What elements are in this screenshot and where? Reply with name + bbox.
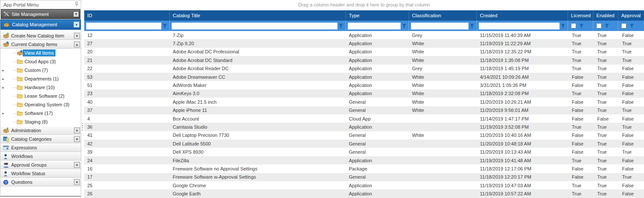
filter-checkbox-enabled[interactable]	[596, 23, 601, 28]
tree-item-operating-system-3[interactable]: Operating System (3)	[0, 100, 81, 109]
filter-funnel-icon-created[interactable]	[560, 24, 566, 28]
sidebar-item-label: Administration	[11, 128, 72, 133]
tree-item-view-all-items[interactable]: View All Items	[0, 49, 81, 57]
expand-button-approval-groups[interactable]: ▼	[74, 162, 80, 168]
collapse-button-current-catalog-items[interactable]: ▲	[74, 41, 80, 47]
filter-funnel-icon-type[interactable]	[401, 24, 407, 28]
filter-cell-classification	[409, 21, 477, 31]
filter-funnel-icon-approval[interactable]	[629, 24, 635, 28]
table-row[interactable]: 21Adobe Acrobat DC StandardApplicationWh…	[84, 56, 644, 64]
column-header-licensed[interactable]: Licensed	[568, 10, 593, 21]
filter-funnel-icon-enabled[interactable]	[604, 24, 610, 28]
grid-header-row: IDCatalog TitleTypeClassificationCreated…	[84, 10, 644, 21]
table-row[interactable]: 277-Zip 9.20ApplicationWhite11/19/2019 1…	[84, 39, 644, 47]
column-header-approval[interactable]: Approval	[618, 10, 644, 21]
cell-title: 7-Zip 9.20	[170, 41, 346, 46]
sidebar-item-workflows[interactable]: Workflows	[0, 152, 81, 161]
sidebar-item-site-management[interactable]: Site Management▼	[1, 9, 80, 19]
cell-type: Application	[346, 183, 409, 188]
cell-id: 37	[84, 108, 170, 113]
table-row[interactable]: 4Box AccountCloud App11/14/2019 1:47:17 …	[84, 114, 644, 123]
table-row[interactable]: 17Freeware Software w-Approval SettingsG…	[84, 173, 644, 181]
expand-button-catalog-management[interactable]: ▼	[73, 22, 79, 28]
cell-type: General	[346, 108, 409, 113]
column-header-id[interactable]: ID	[84, 10, 170, 21]
cell-type: General	[346, 141, 409, 146]
expand-button-administration[interactable]: ▼	[74, 127, 80, 133]
table-row[interactable]: 23AimKeys 3.0ApplicationWhite11/18/2019 …	[84, 90, 644, 98]
table-row[interactable]: 22Adobe Acrobat Reader DCApplicationGrey…	[84, 65, 644, 73]
sidebar-item-label: Catalog Management	[12, 22, 71, 27]
tree-item-departments-1[interactable]: ►Departments (1)	[0, 74, 81, 83]
sidebar-item-current-catalog-items[interactable]: Current Catalog Items▲	[0, 40, 81, 49]
table-row[interactable]: 51AdWords MakerApplicationWhite3/31/2021…	[84, 81, 644, 89]
table-row[interactable]: 53Adobe Dreamweaver CCApplicationWhite4/…	[84, 73, 644, 81]
cell-title: 7-Zip	[170, 33, 346, 38]
expand-arrow-icon[interactable]: ►	[2, 69, 5, 72]
grid-body: 127-ZipApplicationGrey11/15/2019 11:40:3…	[84, 31, 644, 198]
cell-enabled: True	[593, 133, 618, 138]
cell-created: 3/31/2021 1:05:35 PM	[477, 83, 568, 88]
cell-approval: False	[618, 191, 644, 196]
tree-item-hardware-10[interactable]: ►Hardware (10)	[0, 83, 81, 92]
cell-title: Adobe Acrobat Reader DC	[170, 66, 346, 71]
table-row[interactable]: 25Google ChromeApplication11/19/2019 10:…	[84, 181, 644, 189]
table-row[interactable]: 20Adobe Acrobat DC ProfessionalApplicati…	[84, 48, 644, 56]
filter-funnel-icon-licensed[interactable]	[578, 24, 585, 28]
expand-button-catalog-categories[interactable]: ▼	[74, 136, 80, 142]
table-row[interactable]: 26Google EarthApplication11/19/2019 10:5…	[84, 189, 644, 198]
table-row[interactable]: 41Dell Laptop Precision 7730GeneralWhite…	[84, 131, 644, 139]
tree-item-cloud-apps-3[interactable]: Cloud Apps (3)	[0, 57, 81, 66]
table-row[interactable]: 127-ZipApplicationGrey11/15/2019 11:40:3…	[84, 31, 644, 39]
sidebar-menu-panel: App Portal Menu Site Management▼Catalog …	[0, 0, 81, 197]
tree-item-staging-8[interactable]: Staging (8)	[0, 118, 81, 126]
table-row[interactable]: 40Apple iMac 21.5 inchGeneralWhite11/20/…	[84, 98, 644, 106]
tree-item-software-17[interactable]: ►Software (17)	[0, 109, 81, 118]
column-header-enabled[interactable]: Enabled	[593, 10, 618, 21]
expand-arrow-icon[interactable]: ►	[2, 86, 5, 89]
sidebar-item-label: Workflow Status	[11, 171, 80, 176]
filter-input-classification[interactable]	[411, 22, 469, 30]
filter-input-created[interactable]	[479, 22, 560, 30]
sidebar-item-expressions[interactable]: Expressions	[0, 143, 81, 152]
sidebar-item-administration[interactable]: Administration▼	[0, 126, 81, 135]
pin-icon[interactable]	[75, 1, 79, 8]
sidebar-splitter[interactable]	[81, 0, 84, 198]
sidebar-item-approval-groups[interactable]: Approval Groups▼	[0, 161, 81, 169]
column-header-type[interactable]: Type	[346, 10, 409, 21]
table-row[interactable]: 36Camtasia StudioApplication11/19/2019 3…	[84, 123, 644, 131]
cell-licensed: False	[568, 99, 593, 105]
filter-checkbox-approval[interactable]	[621, 23, 626, 28]
filter-funnel-icon-catalog-title[interactable]	[338, 24, 344, 28]
cell-licensed: True	[568, 183, 593, 188]
table-row[interactable]: 42Dell Latitude 5500General11/20/2019 10…	[84, 139, 644, 148]
cell-created: 11/18/2019 12:20:17 PM	[477, 174, 568, 179]
column-header-catalog-title[interactable]: Catalog Title	[170, 10, 346, 21]
tree-item-custom-7[interactable]: ►Custom (7)	[0, 66, 81, 74]
expand-button-questions[interactable]: ▼	[74, 179, 80, 185]
expand-button-site-management[interactable]: ▼	[73, 11, 79, 17]
table-row[interactable]: 37Apple iPhone 11GeneralWhite11/20/2019 …	[84, 106, 644, 114]
expand-arrow-icon[interactable]: ►	[2, 112, 5, 115]
catalog-items-grid: Drag a column header and drop it here to…	[84, 0, 644, 198]
sidebar-item-workflow-status[interactable]: Workflow Status	[0, 169, 81, 178]
sidebar-item-catalog-management[interactable]: Catalog Management▼	[0, 19, 81, 30]
filter-funnel-icon-id[interactable]	[162, 24, 168, 28]
column-header-created[interactable]: Created	[477, 10, 568, 21]
sidebar-item-questions[interactable]: ?Questions▼	[0, 178, 81, 186]
filter-input-type[interactable]	[348, 22, 401, 30]
table-row[interactable]: 24FileZillaApplication11/19/2019 10:41:4…	[84, 156, 644, 164]
cell-approval: False	[618, 66, 644, 71]
filter-input-id[interactable]	[86, 22, 162, 30]
table-row[interactable]: 39Dell XPS 8930General11/20/2019 10:13:4…	[84, 148, 644, 156]
expand-button-create-new-catalog-item[interactable]: ▼	[74, 33, 80, 39]
sidebar-item-catalog-categories[interactable]: Catalog Categories▼	[0, 135, 81, 143]
column-header-classification[interactable]: Classification	[409, 10, 477, 21]
tree-item-lease-software-2[interactable]: Lease Software (2)	[0, 92, 81, 100]
expand-arrow-icon[interactable]: ►	[2, 77, 5, 80]
filter-input-catalog-title[interactable]	[171, 22, 338, 30]
filter-checkbox-licensed[interactable]	[571, 23, 576, 28]
filter-funnel-icon-classification[interactable]	[469, 24, 475, 28]
table-row[interactable]: 16Freeware Software no Approval Settings…	[84, 164, 644, 173]
sidebar-item-create-new-catalog-item[interactable]: Create New Catalog Item▼	[0, 31, 81, 40]
